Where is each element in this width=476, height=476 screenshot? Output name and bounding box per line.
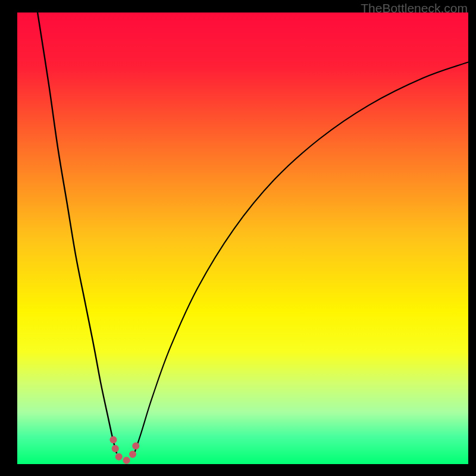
chart-background xyxy=(17,12,468,464)
watermark-text: TheBottleneck.com xyxy=(361,1,468,15)
chart-svg xyxy=(17,12,468,464)
chart-plot-area xyxy=(17,12,468,464)
